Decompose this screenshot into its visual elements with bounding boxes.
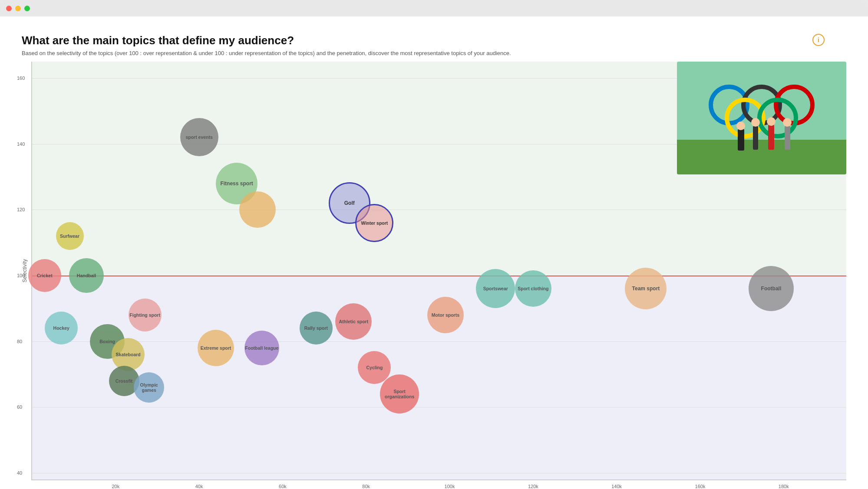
x-tick-180k: 180k (779, 484, 789, 489)
info-icon[interactable]: i (812, 34, 825, 46)
page-header: What are the main topics that define my … (22, 34, 846, 56)
y-tick-120: 120 (17, 207, 25, 212)
bubble-athletic_sport[interactable]: Athletic sport (335, 303, 372, 340)
grid-line-120 (32, 210, 846, 210)
y-tick-80: 80 (17, 339, 22, 344)
chart-area: 160 140 120 100 80 60 40 20k 40k 60k 80k… (31, 62, 846, 480)
svg-rect-9 (753, 126, 758, 150)
bubble-olympic_games[interactable]: Olympic games (134, 372, 164, 403)
bubble-fighting_sport[interactable]: Fighting sport (129, 299, 162, 331)
svg-point-14 (783, 118, 792, 127)
y-tick-140: 140 (17, 141, 25, 147)
svg-point-10 (751, 118, 760, 127)
reference-line (32, 276, 846, 276)
svg-rect-1 (677, 140, 846, 174)
y-tick-100: 100 (17, 273, 25, 278)
y-tick-60: 60 (17, 404, 22, 410)
grid-line-60 (32, 407, 846, 407)
x-tick-40k: 40k (195, 484, 203, 489)
main-content: What are the main topics that define my … (0, 16, 868, 489)
bubble-sport_clothing[interactable]: Sport clothing (515, 270, 551, 307)
svg-rect-11 (768, 125, 774, 150)
svg-rect-7 (738, 129, 744, 151)
bubble-surfwear[interactable]: Surfwear (56, 222, 84, 250)
x-tick-120k: 120k (528, 484, 538, 489)
bubble-cricket[interactable]: Cricket (28, 259, 61, 292)
y-tick-160: 160 (17, 75, 25, 81)
bubble-handball[interactable]: Handball (69, 258, 104, 293)
svg-point-8 (736, 121, 745, 130)
bubble-rally_sport[interactable]: Rally sport (300, 312, 333, 345)
bubble-extreme_sport[interactable]: Extreme sport (198, 330, 234, 366)
page-title: What are the main topics that define my … (22, 34, 846, 47)
bubble-sport_organizations[interactable]: Sport organizations (380, 374, 419, 414)
x-tick-80k: 80k (362, 484, 370, 489)
x-tick-60k: 60k (279, 484, 287, 489)
close-button[interactable] (6, 6, 12, 11)
bubble-sportswear[interactable]: Sportswear (476, 269, 515, 308)
bubble-motor_sports[interactable]: Motor sports (427, 297, 464, 333)
bubble-hockey[interactable]: Hockey (45, 312, 78, 345)
maximize-button[interactable] (24, 6, 30, 11)
x-tick-20k: 20k (112, 484, 119, 489)
x-tick-100k: 100k (445, 484, 455, 489)
titlebar (0, 0, 868, 16)
bubble-football_league[interactable]: Football league (244, 331, 279, 365)
grid-line-40 (32, 473, 846, 473)
x-tick-160k: 160k (695, 484, 706, 489)
bubble-football[interactable]: Football (749, 266, 794, 311)
chart-inner: 160 140 120 100 80 60 40 20k 40k 60k 80k… (31, 62, 846, 480)
y-tick-40: 40 (17, 470, 22, 476)
minimize-button[interactable] (15, 6, 21, 11)
bubble-team_sport[interactable]: Team sport (625, 268, 667, 309)
bubble-sport_events[interactable]: sport events (180, 118, 218, 156)
app-window: What are the main topics that define my … (0, 0, 868, 489)
svg-rect-13 (785, 126, 790, 150)
chart-wrapper: Selectivity 160 (22, 62, 846, 480)
chart-image (677, 62, 846, 174)
x-tick-140k: 140k (611, 484, 622, 489)
bubble-fitness-orange[interactable] (239, 191, 276, 228)
page-subtitle: Based on the selectivity of the topics (… (22, 50, 543, 56)
y-axis-label: Selectivity (22, 259, 28, 282)
svg-point-12 (767, 117, 776, 126)
bubble-winter_sport[interactable]: Winter sport (355, 204, 393, 242)
grid-line-80 (32, 341, 846, 342)
